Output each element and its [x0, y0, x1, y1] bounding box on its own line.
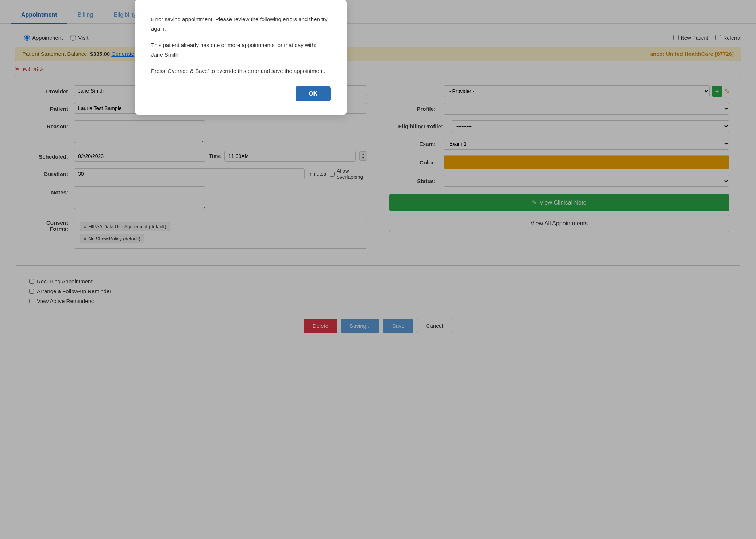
modal-line1: Error saving appointment. Please review … — [151, 15, 331, 33]
modal-box: Error saving appointment. Please review … — [135, 0, 347, 115]
modal-actions: OK — [151, 86, 331, 101]
modal-line4: Press 'Override & Save' to override this… — [151, 66, 331, 76]
modal-overlay: Error saving appointment. Please review … — [0, 0, 756, 539]
modal-message: Error saving appointment. Please review … — [151, 15, 331, 76]
page-wrapper: Appointment Billing Eligibility Revision… — [0, 0, 756, 539]
modal-line2: This patient already has one or more app… — [151, 40, 331, 50]
modal-ok-button[interactable]: OK — [296, 86, 331, 101]
modal-line3: Jane Smith — [151, 50, 331, 59]
